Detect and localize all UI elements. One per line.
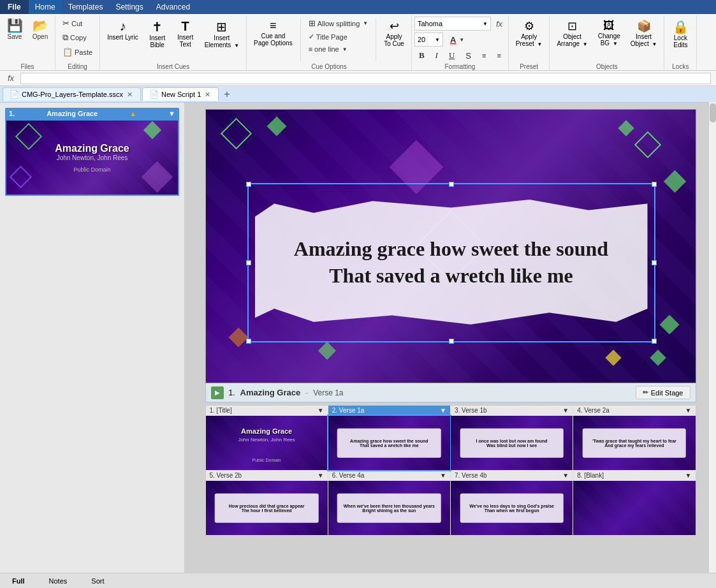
underline-button[interactable]: U xyxy=(444,48,459,62)
notes-button[interactable]: Notes xyxy=(43,575,73,587)
strip-brush-5: How precious did that grace appearThe ho… xyxy=(215,493,319,523)
strip-thumb-8[interactable] xyxy=(573,481,695,535)
strip-thumb-3[interactable]: I once was lost but now am foundWas blin… xyxy=(451,416,573,470)
object-arrange-icon: ⊡ xyxy=(567,19,577,33)
bottom-bar: Full Notes Sort xyxy=(0,573,716,588)
cue-number: 1. xyxy=(229,388,235,397)
strip-header-5[interactable]: 5. Verse 2b ▼ xyxy=(206,471,328,481)
apply-to-cue-button[interactable]: ↩ ApplyTo Cue xyxy=(379,17,409,50)
strip-thumb-5[interactable]: How precious did that grace appearThe ho… xyxy=(206,481,328,535)
lock-edits-button[interactable]: 🔒 LockEdits xyxy=(667,17,694,51)
menu-home[interactable]: Home xyxy=(29,0,62,14)
formatting-row2: 20 ▼ A ▼ xyxy=(414,33,469,47)
tab-template-label: CMG-Pro_Layers-Template.sscx xyxy=(22,91,123,98)
italic-button[interactable]: I xyxy=(431,48,442,62)
menu-templates[interactable]: Templates xyxy=(62,0,110,14)
apply-preset-button[interactable]: ⚙ ApplyPreset ▼ xyxy=(511,17,547,50)
handle-bl[interactable] xyxy=(246,339,251,344)
insert-elements-button[interactable]: ⊞ InsertElements ▼ xyxy=(200,17,244,51)
list-icon: ≡ xyxy=(482,52,486,59)
tab-template-close[interactable]: ✕ xyxy=(126,91,134,99)
list-button[interactable]: ≡ xyxy=(478,50,490,61)
strip-label-2: 2. Verse 1a xyxy=(332,407,365,414)
one-line-button[interactable]: ≡ one line ▼ xyxy=(304,43,373,55)
open-button[interactable]: 📂 Open xyxy=(28,17,52,43)
edit-stage-label: Edit Stage xyxy=(651,389,683,397)
handle-tr[interactable] xyxy=(652,182,657,187)
text-selection-box[interactable]: Amazing grace how sweet the sound That s… xyxy=(247,183,655,342)
insert-lyric-button[interactable]: ♪ Insert Lyric xyxy=(103,17,143,43)
strip-header-4[interactable]: 4. Verse 2a ▼ xyxy=(573,406,695,416)
strip-thumb-1[interactable]: Amazing Grace John Newton, John Rees Pub… xyxy=(206,416,328,470)
preview-area: Amazing grace how sweet the sound That s… xyxy=(185,103,716,588)
handle-bm[interactable] xyxy=(449,339,454,344)
files-content: 💾 Save 📂 Open xyxy=(3,17,52,62)
formula-input[interactable] xyxy=(20,73,711,84)
song-item-1: 1. Amazing Grace ▲ ▼ Amazing Grace John … xyxy=(5,108,179,196)
slide-deco-6 xyxy=(228,327,248,347)
song-thumbnail[interactable]: Amazing Grace John Newton, John Rees Pub… xyxy=(5,119,179,196)
strip-header-3[interactable]: 3. Verse 1b ▼ xyxy=(451,406,573,416)
paste-button[interactable]: 📋 Paste xyxy=(58,45,97,59)
cut-button[interactable]: ✂ Cut xyxy=(58,17,97,30)
ribbon-group-locks: 🔒 LockEdits Locks xyxy=(664,15,697,70)
sort-button[interactable]: Sort xyxy=(85,575,110,587)
tab-new-script[interactable]: 📄 New Script 1 ✕ xyxy=(142,87,219,101)
strip-header-1[interactable]: 1. [Title] ▼ xyxy=(206,406,328,416)
files-label: Files xyxy=(3,63,52,70)
font-selector[interactable]: Tahoma ▼ xyxy=(414,17,491,31)
pencil-icon: ✏ xyxy=(643,388,648,397)
save-button[interactable]: 💾 Save xyxy=(3,17,27,43)
strip-arrow-3: ▼ xyxy=(562,407,569,414)
full-button[interactable]: Full xyxy=(6,575,31,587)
cue-page-options-button[interactable]: ≡ Cue andPage Options xyxy=(249,17,297,49)
strip-header-8[interactable]: 8. [Blank] ▼ xyxy=(573,471,695,481)
strip-cell-4: 4. Verse 2a ▼ 'Twas grace that taught my… xyxy=(573,406,695,470)
tab-script-close[interactable]: ✕ xyxy=(203,91,212,99)
scrollbar-thumb[interactable] xyxy=(710,103,716,122)
handle-mr[interactable] xyxy=(652,260,657,265)
edit-stage-button[interactable]: ✏ Edit Stage xyxy=(636,386,690,399)
font-size-selector[interactable]: 20 ▼ xyxy=(414,33,443,47)
vertical-scrollbar[interactable] xyxy=(708,103,716,573)
copy-button[interactable]: ⧉ Copy xyxy=(58,31,97,45)
handle-ml[interactable] xyxy=(246,260,251,265)
slide-deco-7 xyxy=(318,342,335,360)
open-icon: 📂 xyxy=(33,19,48,32)
add-tab-button[interactable]: + xyxy=(220,89,233,100)
strikethrough-button[interactable]: S xyxy=(461,49,476,62)
handle-tl[interactable] xyxy=(246,182,251,187)
strip-cell-1: 1. [Title] ▼ Amazing Grace John Newton, … xyxy=(206,406,328,470)
strip-header-6[interactable]: 6. Verse 4a ▼ xyxy=(328,471,450,481)
change-bg-button[interactable]: 🖼 ChangeBG ▼ xyxy=(594,17,625,49)
insert-object-button[interactable]: 📦 InsertObject ▼ xyxy=(626,17,662,50)
object-arrange-button[interactable]: ⊡ ObjectArrange ▼ xyxy=(552,17,592,50)
strip-thumb-7[interactable]: We've no less days to sing God's praiseT… xyxy=(451,481,573,535)
font-color-button[interactable]: A ▼ xyxy=(446,33,469,47)
strip-header-2[interactable]: 2. Verse 1a ▼ xyxy=(328,406,450,416)
bold-icon: B xyxy=(419,50,425,61)
strip-thumb-4[interactable]: 'Twas grace that taught my heart to fear… xyxy=(573,416,695,470)
formula-fx-label: fx xyxy=(8,73,14,83)
menu-advanced[interactable]: Advanced xyxy=(150,0,196,14)
insert-text-button[interactable]: T InsertText xyxy=(172,17,199,50)
tab-template-icon: 📄 xyxy=(10,90,19,99)
tab-template[interactable]: 📄 CMG-Pro_Layers-Template.sscx ✕ xyxy=(3,87,141,101)
handle-tm[interactable] xyxy=(449,182,454,187)
editing-col: ✂ Cut ⧉ Copy 📋 Paste xyxy=(58,17,97,59)
strip-thumb-2[interactable]: Amazing grace how sweet the soundThat sa… xyxy=(328,416,450,470)
strip-thumb-6[interactable]: When we've been there ten thousand years… xyxy=(328,481,450,535)
insert-bible-button[interactable]: ✝ InsertBible xyxy=(144,17,171,51)
strip-credit-1: Public Domain xyxy=(252,458,281,462)
ribbon-group-insert-cues: ♪ Insert Lyric ✝ InsertBible T InsertTex… xyxy=(100,15,247,70)
handle-br[interactable] xyxy=(652,339,657,344)
slide-deco-9 xyxy=(650,349,666,365)
cue-play-button[interactable] xyxy=(211,386,224,399)
menu-file[interactable]: File xyxy=(0,0,29,14)
align-button[interactable]: ≡ xyxy=(492,50,505,61)
allow-splitting-button[interactable]: ⊞ Allow splitting ▼ xyxy=(304,17,373,30)
title-page-button[interactable]: ✓ Title Page xyxy=(304,31,373,43)
menu-settings[interactable]: Settings xyxy=(109,0,149,14)
bold-button[interactable]: B xyxy=(414,48,429,62)
strip-header-7[interactable]: 7. Verse 4b ▼ xyxy=(451,471,573,481)
